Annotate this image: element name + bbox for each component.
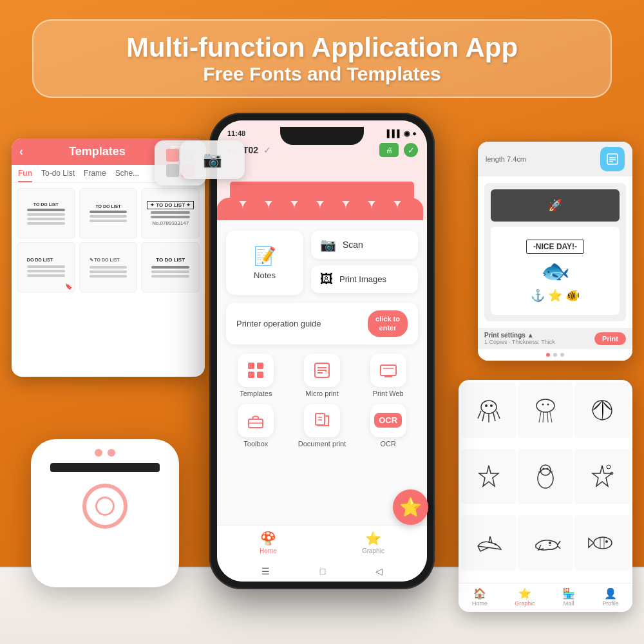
notes-label: Notes	[254, 270, 276, 280]
svg-line-26	[493, 413, 495, 421]
topbar-print-button[interactable]: 🖨	[379, 143, 399, 157]
right-top-tablet: length 7.4cm 🚀 -NICE DAY!- 🐟 ⚓ ⭐ 🐠	[478, 142, 632, 361]
print-images-card[interactable]: 🖼 Print Images	[311, 265, 418, 293]
sticker-jellyfish[interactable]	[518, 383, 573, 438]
topbar-confirm-button[interactable]: ✓	[404, 143, 418, 157]
ocr-icon-box: OCR	[370, 404, 406, 437]
printer-power-button[interactable]	[82, 484, 128, 529]
sticker-whale[interactable]	[518, 515, 573, 571]
status-time: 11:48	[227, 129, 245, 138]
lt-tab-fun[interactable]: Fun	[18, 169, 32, 182]
home-nav-label: Home	[260, 547, 277, 554]
lt-template-6[interactable]: TO DO LIST	[141, 242, 200, 292]
feature-micro-print[interactable]: T= Micro print	[292, 354, 352, 397]
lt-templates-grid: TO DO LIST TO DO LIST ✦ TO DO LIST ✦ No.…	[12, 183, 205, 298]
rb-nav-mall[interactable]: 🏪 Mall	[562, 587, 575, 607]
sticker-shark[interactable]	[461, 515, 516, 571]
rt-dot-3	[560, 353, 564, 357]
animal-stickers-grid	[459, 380, 632, 583]
feature-templates[interactable]: Templates	[226, 354, 286, 397]
nav-graphic[interactable]: ⭐ Graphic	[362, 531, 384, 554]
right-bottom-tablet: 🏠 Home ⭐ Graphic 🏪 Mall 👤 Profile	[459, 380, 632, 612]
rt-dot-1	[546, 353, 550, 357]
svg-point-49	[594, 537, 612, 549]
lt-template-2[interactable]: TO DO LIST	[79, 188, 138, 238]
print-web-icon	[379, 361, 397, 379]
lt-tab-frame[interactable]: Frame	[84, 169, 106, 182]
edit-icon	[606, 153, 619, 166]
svg-rect-15	[316, 413, 325, 425]
sticker-shell[interactable]	[574, 383, 630, 438]
camera-overlay-bubble[interactable]: 📷	[180, 140, 245, 179]
rt-header: length 7.4cm	[478, 142, 632, 176]
lt-tab-todo[interactable]: To-do List	[41, 169, 75, 182]
notes-icon: 📝	[254, 245, 276, 267]
rb-nav-graphic[interactable]: ⭐ Graphic	[515, 587, 535, 607]
print-web-label: Print Web	[373, 390, 404, 397]
printer-paper-slot	[50, 463, 160, 472]
sticker-star-2[interactable]	[574, 449, 630, 504]
lt-template-5[interactable]: ✎ TO DO LIST	[79, 242, 138, 292]
sys-home-icon[interactable]: □	[320, 566, 325, 576]
svg-point-40	[543, 468, 545, 470]
template-preview-1: TO DO LIST	[23, 198, 69, 229]
scan-card[interactable]: 📷 Scan	[311, 231, 418, 259]
sticker-octopus[interactable]	[461, 383, 516, 438]
svg-point-35	[542, 404, 544, 406]
printer-device	[31, 439, 179, 587]
header-title: Multi-function Application App	[53, 32, 591, 63]
rt-edit-button[interactable]	[600, 147, 625, 171]
lt-template-4[interactable]: DO DO LIST 🔖	[17, 242, 75, 292]
phone-main-content: 📝 Notes 📷 Scan 🖼 Print Images	[217, 220, 427, 525]
cloud-decoration	[217, 198, 427, 220]
home-nav-icon: 🍄	[260, 531, 276, 546]
rt-bottom-decoration: ⚓ ⭐ 🐠	[531, 289, 580, 303]
rb-home-icon: 🏠	[473, 587, 486, 600]
svg-rect-9	[381, 365, 396, 375]
rt-dark-overlay: 🚀	[491, 189, 620, 222]
svg-rect-2	[248, 372, 254, 378]
rb-mall-icon: 🏪	[562, 587, 575, 600]
sticker-starfish[interactable]	[461, 449, 516, 504]
guide-text: Printer operation guide	[236, 319, 321, 328]
svg-line-27	[497, 411, 500, 419]
lt-back-button[interactable]: ‹	[19, 145, 23, 158]
rb-nav-home[interactable]: 🏠 Home	[472, 587, 488, 607]
template-preview-4: DO DO LIST	[23, 254, 69, 281]
notes-card[interactable]: 📝 Notes	[226, 231, 303, 295]
header-subtitle: Free Fonts and Templates	[53, 63, 591, 85]
printer-top-dots	[95, 449, 115, 457]
phone-notch	[280, 127, 364, 145]
rb-nav-profile[interactable]: 👤 Profile	[602, 587, 619, 607]
star-bubble[interactable]: ⭐	[393, 489, 428, 525]
svg-point-41	[547, 468, 549, 470]
sticker-seal[interactable]	[518, 449, 573, 504]
svg-point-47	[495, 544, 497, 545]
feature-toolbox[interactable]: Toolbox	[226, 404, 286, 448]
lt-template-1[interactable]: TO DO LIST	[17, 188, 75, 238]
svg-line-31	[539, 412, 541, 422]
rb-profile-icon: 👤	[604, 587, 617, 600]
rt-print-button[interactable]: Print	[594, 332, 626, 345]
micro-print-icon-box: T=	[304, 354, 340, 387]
sys-menu-icon[interactable]: ☰	[261, 566, 270, 576]
starfish-sticker	[473, 460, 505, 493]
print-images-icon: 🖼	[320, 272, 333, 287]
phone-feature-grid: Templates T= Micro print	[226, 354, 418, 448]
topbar-doc-name: T02	[243, 145, 258, 155]
sticker-fish[interactable]	[574, 515, 630, 571]
templates-icon-box	[238, 354, 274, 387]
lt-template-3[interactable]: ✦ TO DO LIST ✦ No.0789333147	[141, 188, 200, 238]
guide-enter-button[interactable]: click to enter	[368, 310, 408, 337]
feature-ocr[interactable]: OCR OCR	[358, 404, 418, 448]
sys-back-icon[interactable]: ◁	[375, 566, 383, 576]
svg-point-45	[607, 465, 611, 469]
rb-bottom-nav: 🏠 Home ⭐ Graphic 🏪 Mall 👤 Profile	[459, 583, 632, 612]
feature-document-print[interactable]: Document print	[292, 404, 352, 448]
jellyfish-sticker	[529, 394, 562, 426]
template-preview-5: ✎ TO DO LIST	[86, 254, 131, 281]
nav-home[interactable]: 🍄 Home	[260, 531, 277, 554]
check-icon: ✓	[408, 146, 415, 155]
feature-print-web[interactable]: Print Web	[358, 354, 418, 397]
lt-tab-sche[interactable]: Sche...	[115, 169, 139, 182]
